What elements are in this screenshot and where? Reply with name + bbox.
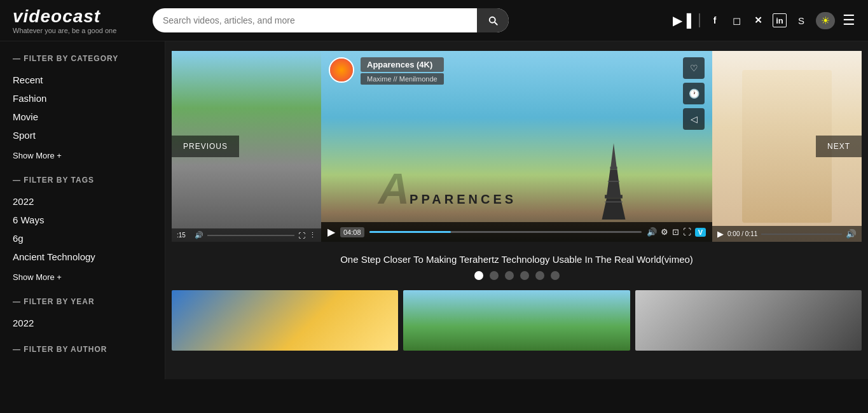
video-author: Maxime // Menilmonde: [367, 75, 437, 83]
filter-category-section: — FILTER BY CATEGORY Recent Fashion Movi…: [13, 54, 152, 160]
search-icon: [487, 15, 499, 26]
video-controls-bar: ▶ 04:08 🔊 ⚙ ⊡ ⛶ V: [321, 222, 712, 242]
dot-3[interactable]: [505, 271, 514, 280]
volume-button[interactable]: 🔊: [647, 227, 657, 237]
filter-tags-section: — FILTER BY TAGS 2022 6 Ways 6g Ancient …: [13, 176, 152, 282]
thumbnail-grid: [172, 290, 862, 351]
watchlater-button[interactable]: 🕐: [683, 83, 705, 104]
filter-author-section: — FILTER BY AUTHOR: [13, 345, 152, 354]
carousel-previous-button[interactable]: PREVIOUS: [172, 136, 239, 157]
hamburger-menu-button[interactable]: ☰: [843, 12, 855, 29]
year-2022[interactable]: 2022: [13, 314, 152, 332]
pip-button[interactable]: ⊡: [672, 227, 679, 237]
featured-video-title: One Step Closer To Making Terahertz Tech…: [172, 254, 862, 265]
play-button[interactable]: ▶: [327, 226, 335, 238]
thumb-dancer[interactable]: [635, 290, 862, 351]
filter-tags-heading: — FILTER BY TAGS: [13, 176, 152, 185]
left-more-button[interactable]: ⋮: [309, 231, 316, 239]
tag-6g[interactable]: 6g: [13, 229, 152, 248]
sidebar-item-movie[interactable]: Movie: [13, 108, 152, 126]
sidebar-item-sport[interactable]: Sport: [13, 126, 152, 144]
left-volume-button[interactable]: 🔊: [195, 231, 203, 239]
content-area: :15 🔊 ⛶ ⋮ PREVIOUS: [165, 41, 868, 379]
linkedin-icon[interactable]: in: [773, 13, 787, 27]
vimeo-badge: V: [695, 228, 706, 237]
dot-1[interactable]: [474, 271, 483, 280]
video-top-bar: Apparences (4K) Maxime // Menilmonde ♡ 🕐…: [321, 51, 712, 136]
divider: [699, 13, 700, 27]
show-more-tags[interactable]: Show More +: [13, 272, 152, 282]
skype-icon[interactable]: S: [794, 13, 808, 27]
like-button[interactable]: ♡: [683, 57, 705, 79]
twitter-x-icon[interactable]: ✕: [751, 13, 765, 27]
header: videocast Whatever you are, be a good on…: [0, 0, 868, 41]
main-layout: — FILTER BY CATEGORY Recent Fashion Movi…: [0, 41, 868, 379]
apparences-overlay: A PPARENCES: [378, 167, 516, 210]
logo: videocast: [13, 6, 140, 27]
facebook-icon[interactable]: f: [708, 13, 722, 27]
logo-tagline: Whatever you are, be a good one: [13, 27, 140, 34]
right-play-button[interactable]: ▶: [717, 229, 724, 239]
svg-marker-0: [610, 143, 616, 167]
logo-area: videocast Whatever you are, be a good on…: [13, 6, 140, 34]
sidebar: — FILTER BY CATEGORY Recent Fashion Movi…: [0, 41, 165, 379]
settings-button[interactable]: ⚙: [661, 227, 668, 237]
sidebar-item-recent[interactable]: Recent: [13, 71, 152, 89]
header-right: ▶▐ f ◻ ✕ in S ☀ ☰: [673, 12, 855, 29]
thumb-nature[interactable]: [403, 290, 630, 351]
video-title-box: Apparences (4K): [361, 57, 444, 72]
filter-category-heading: — FILTER BY CATEGORY: [13, 54, 152, 63]
filter-author-heading: — FILTER BY AUTHOR: [13, 345, 152, 354]
fullscreen-button[interactable]: ⛶: [683, 227, 691, 237]
carousel-center-video: Apparences (4K) Maxime // Menilmonde ♡ 🕐…: [321, 51, 712, 242]
tags-list: 2022 6 Ways 6g Ancient Technology: [13, 192, 152, 266]
controls-right: 🔊 ⚙ ⊡ ⛶ V: [647, 227, 706, 237]
svg-rect-3: [605, 195, 623, 199]
search-bar: [153, 8, 509, 32]
carousel-right-video: ▶ 0:00 / 0:11 🔊 NEXT: [712, 51, 862, 242]
left-expand-button[interactable]: ⛶: [298, 232, 305, 239]
video-timestamp: 04:08: [340, 227, 364, 237]
search-input[interactable]: [153, 9, 477, 32]
filter-year-section: — FILTER BY YEAR 2022: [13, 297, 152, 332]
video-info-box: Apparences (4K) Maxime // Menilmonde: [361, 57, 444, 85]
progress-fill: [369, 231, 451, 233]
progress-bar[interactable]: [369, 231, 642, 233]
carousel-next-button[interactable]: NEXT: [816, 136, 862, 157]
svg-rect-1: [610, 167, 617, 170]
tag-ancient-technology[interactable]: Ancient Technology: [13, 248, 152, 266]
carousel-left-video: :15 🔊 ⛶ ⋮ PREVIOUS: [172, 51, 321, 242]
left-time: :15: [177, 232, 191, 239]
carousel-dots: [172, 271, 862, 280]
playlist-button[interactable]: ▶▐: [673, 13, 691, 28]
tag-2022[interactable]: 2022: [13, 192, 152, 211]
share-button[interactable]: ◁: [683, 108, 705, 130]
dot-5[interactable]: [535, 271, 544, 280]
show-more-category[interactable]: Show More +: [13, 151, 152, 160]
video-title: Apparences (4K): [367, 60, 437, 69]
video-actions: ♡ 🕐 ◁: [683, 57, 705, 130]
theme-toggle-button[interactable]: ☀: [816, 12, 835, 29]
dot-4[interactable]: [520, 271, 529, 280]
search-button[interactable]: [477, 8, 509, 32]
author-avatar: [329, 57, 354, 83]
featured-carousel: :15 🔊 ⛶ ⋮ PREVIOUS: [172, 48, 862, 245]
dot-6[interactable]: [551, 271, 560, 280]
dot-2[interactable]: [490, 271, 499, 280]
svg-marker-2: [607, 170, 621, 197]
category-list: Recent Fashion Movie Sport: [13, 71, 152, 144]
tag-6ways[interactable]: 6 Ways: [13, 211, 152, 229]
sidebar-item-fashion[interactable]: Fashion: [13, 89, 152, 108]
year-list: 2022: [13, 314, 152, 332]
instagram-icon[interactable]: ◻: [729, 13, 743, 27]
right-video-time: 0:00 / 0:11: [727, 230, 757, 237]
thumb-supermarket[interactable]: [172, 290, 398, 351]
filter-year-heading: — FILTER BY YEAR: [13, 297, 152, 306]
right-volume-button[interactable]: 🔊: [846, 229, 857, 239]
eiffel-tower-image: [591, 143, 636, 220]
